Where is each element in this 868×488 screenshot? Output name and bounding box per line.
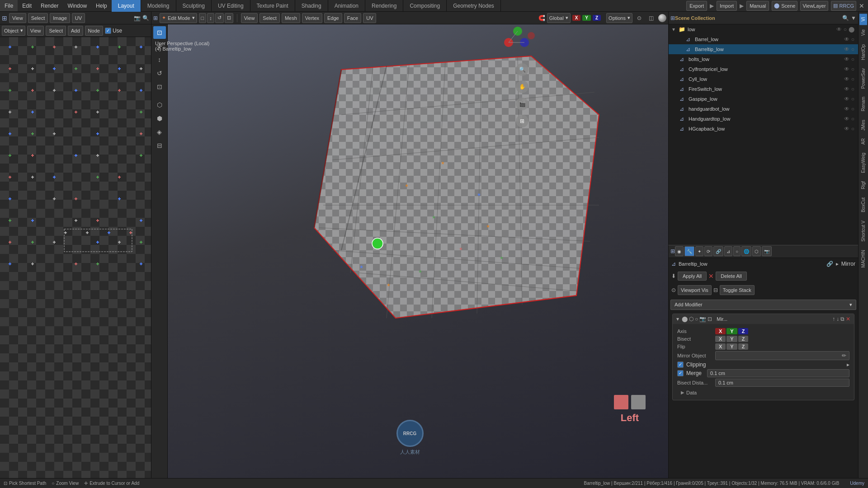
delete-all-button[interactable]: Delete All <box>716 272 746 281</box>
xray-icon[interactable]: ◫ <box>646 14 656 22</box>
flip-x-btn[interactable]: X <box>715 343 726 350</box>
sidebar-tab-boxcut[interactable]: BoxCut <box>859 194 867 216</box>
sidebar-tab-hardop[interactable]: HardOp <box>859 41 867 64</box>
inset-tool-btn[interactable]: ⬢ <box>153 112 166 125</box>
bisect-z-btn[interactable]: Z <box>738 336 749 342</box>
copy-icon[interactable]: ⧉ <box>840 316 844 322</box>
outliner-item-fireswitch[interactable]: ⊿ FireSwitch_low 👁 ○ <box>669 84 858 94</box>
menu-window[interactable]: Window <box>63 0 91 11</box>
tab-texture-paint[interactable]: Texture Paint <box>250 0 295 12</box>
checkbox-use[interactable]: ✓ Use <box>105 28 122 34</box>
vis-eye-icon7[interactable]: 👁 <box>844 86 849 92</box>
vis-eye-icon6[interactable]: 👁 <box>844 76 849 82</box>
uv-view-btn[interactable]: View <box>27 26 44 36</box>
props-tab-object[interactable]: ◉ <box>675 246 684 256</box>
props-tab-scene[interactable]: 🌐 <box>741 246 751 256</box>
data-section[interactable]: ▶ Data <box>677 388 849 397</box>
vis-sel-icon11[interactable]: ○ <box>851 126 854 132</box>
axis-x-btn[interactable]: X <box>715 328 726 334</box>
viewport-type-icon[interactable]: ⊞ <box>153 15 158 21</box>
modifier-check[interactable]: ▾ <box>676 316 679 322</box>
outliner-item-gaspipe[interactable]: ⊿ Gaspipe_low 👁 ○ <box>669 94 858 104</box>
clipping-arrow[interactable]: ▸ <box>847 361 849 368</box>
clipping-checkbox[interactable]: ✓ Clipping <box>677 361 706 368</box>
bevel-tool-btn[interactable]: ◈ <box>153 126 166 138</box>
vis-eye-icon[interactable]: 👁 <box>836 26 842 33</box>
mirror-vis-icon2[interactable]: ⬡ <box>689 316 693 322</box>
tab-sculpting[interactable]: Sculpting <box>176 0 212 12</box>
sidebar-tab-machin[interactable]: MACHIN <box>859 246 867 271</box>
props-tab-constraints[interactable]: 🔗 <box>713 246 723 256</box>
tab-uv-editing[interactable]: UV Editing <box>212 0 250 12</box>
vis-render-icon[interactable]: ⬤ <box>849 26 854 33</box>
vis-sel-icon8[interactable]: ○ <box>851 96 854 102</box>
uv-uv-button[interactable]: UV <box>72 13 85 23</box>
props-tab-physics[interactable]: ⟳ <box>704 246 712 256</box>
uv-select-btn2[interactable]: Select <box>46 26 66 36</box>
uv-view-button[interactable]: View <box>9 13 26 23</box>
uv-editor-type-icon[interactable]: ⊞ <box>2 14 7 22</box>
mirror-expand-icon[interactable]: ⊡ <box>708 316 712 322</box>
props-tab-world[interactable]: ⬡ <box>752 246 761 256</box>
mirror-vis-icon1[interactable]: ⬤ <box>682 316 688 322</box>
vis-eye-icon5[interactable]: 👁 <box>844 66 849 72</box>
bisect-dist-value[interactable]: 0.1 cm <box>715 379 849 387</box>
vis-eye-icon8[interactable]: 👁 <box>844 96 849 102</box>
uv-select-button[interactable]: Select <box>28 13 48 23</box>
clipping-check[interactable]: ✓ <box>677 361 684 368</box>
sidebar-tab-easywrig[interactable]: EasyWeig <box>859 149 867 177</box>
select-tool-btn[interactable]: ⊡ <box>153 26 166 39</box>
outliner-filter-icon[interactable]: 🔍 <box>842 15 849 21</box>
tab-animation[interactable]: Animation <box>328 0 365 12</box>
outliner-item-handguardbot[interactable]: ⊿ handguardbot_low 👁 ○ <box>669 104 858 114</box>
viewlayer-selector[interactable]: ViewLayer <box>800 1 828 11</box>
move-up-icon[interactable]: ↑ <box>832 316 835 322</box>
vis-sel-icon6[interactable]: ○ <box>851 76 854 82</box>
outliner-filter-btn[interactable]: ▼ <box>851 15 856 21</box>
axis-x-icon[interactable]: X <box>572 15 581 21</box>
select-button[interactable]: Select <box>259 13 280 23</box>
props-tab-render[interactable]: 📷 <box>762 246 772 256</box>
scale-tool[interactable]: ⊡ <box>225 13 233 23</box>
outliner-item-low[interactable]: ▾ 📁 low 👁 ○ ⬤ <box>669 24 858 34</box>
face-button[interactable]: Face <box>344 13 361 23</box>
outliner-item-barreltip-low[interactable]: ▸ ⊿ Barreltip_low 👁 ○ <box>669 44 858 54</box>
overlay-icon[interactable]: ⊙ <box>634 14 644 22</box>
uv-mode-dropdown[interactable]: Object ▾ <box>2 26 25 36</box>
mirror-object-picker-icon[interactable]: ✏ <box>842 352 846 359</box>
manual-button[interactable]: Manual <box>746 1 769 11</box>
props-type-icon[interactable]: ⊞ <box>670 248 675 254</box>
axis-y-icon[interactable]: Y <box>582 15 591 21</box>
axis-z-btn[interactable]: Z <box>738 328 749 334</box>
import-button[interactable]: Import <box>717 1 737 11</box>
props-tab-data[interactable]: ⊿ <box>724 246 732 256</box>
outliner-item-barrel-low[interactable]: ▸ ⊿ Barrel_low 👁 ○ <box>669 34 858 44</box>
apply-all-button[interactable]: Apply All <box>678 272 707 281</box>
view-button[interactable]: View <box>241 13 258 23</box>
tab-modeling[interactable]: Modeling <box>141 0 176 12</box>
mesh-button[interactable]: Mesh <box>282 13 300 23</box>
add-modifier-dropdown[interactable]: Add Modifier ▾ <box>670 300 856 310</box>
sidebar-tab-shortcutv[interactable]: Shortcut V <box>859 217 867 245</box>
options-button[interactable]: Options ▾ <box>606 13 632 23</box>
rotate-tool[interactable]: ↺ <box>215 13 224 23</box>
uv-canvas[interactable] <box>0 37 151 478</box>
menu-render[interactable]: Render <box>36 0 63 11</box>
sidebar-tab-vi[interactable]: VI <box>859 14 867 25</box>
flip-y-btn[interactable]: Y <box>726 343 737 350</box>
uv-zoom-icon[interactable]: 🔍 <box>142 15 149 21</box>
tab-geometry-nodes[interactable]: Geometry Nodes <box>447 0 501 12</box>
menu-edit[interactable]: Edit <box>18 0 36 11</box>
viewport-3d-canvas[interactable]: User Perspective (Local) (4) Barreltip_l… <box>151 24 668 478</box>
merge-value[interactable]: 0.1 cm <box>707 369 849 377</box>
vis-sel-icon5[interactable]: ○ <box>851 66 854 72</box>
tab-rendering[interactable]: Rendering <box>365 0 403 12</box>
move-down-icon[interactable]: ↓ <box>836 316 839 322</box>
sidebar-tab-vie[interactable]: Vie <box>859 26 867 39</box>
move-tool-btn[interactable]: ↕ <box>153 53 166 66</box>
vis-sel-icon4[interactable]: ○ <box>851 56 854 62</box>
cursor-tool-btn[interactable]: ✛ <box>153 40 166 52</box>
menu-help[interactable]: Help <box>91 0 112 11</box>
menu-file[interactable]: File <box>0 0 18 11</box>
move-tool[interactable]: ↕ <box>207 13 214 23</box>
